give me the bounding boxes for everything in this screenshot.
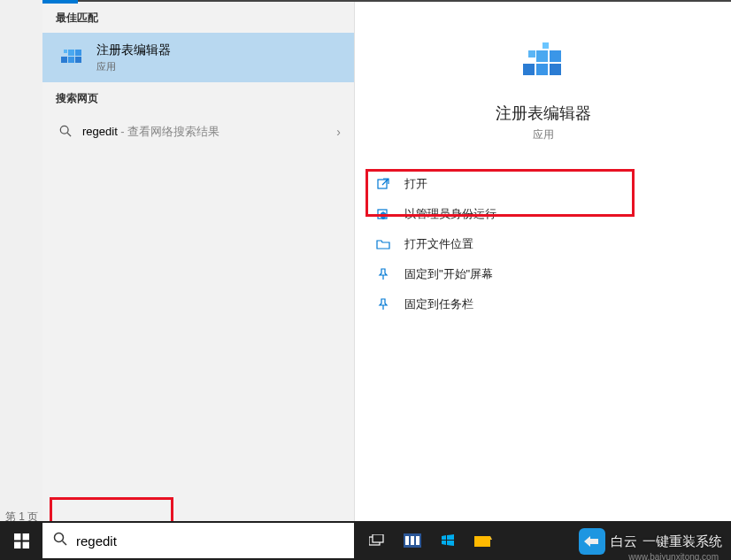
svg-rect-24 <box>373 534 383 542</box>
chevron-right-icon: › <box>336 125 341 139</box>
taskbar-app-icon[interactable] <box>466 521 501 560</box>
action-label: 打开文件位置 <box>404 236 473 252</box>
svg-rect-12 <box>550 50 561 62</box>
svg-point-21 <box>55 533 64 542</box>
start-button[interactable] <box>0 521 42 560</box>
svg-rect-20 <box>22 541 28 548</box>
action-pin-taskbar[interactable]: 固定到任务栏 <box>371 289 715 319</box>
svg-line-22 <box>63 541 67 546</box>
svg-rect-2 <box>68 50 74 56</box>
best-match-header: 最佳匹配 <box>42 2 354 33</box>
detail-pane: 注册表编辑器 应用 打开 以管理员身份运行 打开文件位置 <box>354 2 731 521</box>
pin-icon <box>374 266 392 282</box>
action-run-admin[interactable]: 以管理员身份运行 <box>371 199 715 229</box>
svg-line-7 <box>67 133 71 136</box>
active-tab-indicator <box>42 0 78 4</box>
action-list: 打开 以管理员身份运行 打开文件位置 固定到"开始"屏幕 <box>371 169 715 319</box>
svg-rect-15 <box>378 180 387 188</box>
search-icon <box>56 125 75 140</box>
svg-rect-26 <box>405 536 409 545</box>
svg-rect-14 <box>542 42 549 49</box>
action-label: 固定到"开始"屏幕 <box>404 266 493 282</box>
action-open-location[interactable]: 打开文件位置 <box>371 229 715 259</box>
search-icon <box>53 532 67 549</box>
taskbar-app-icon[interactable] <box>430 521 466 560</box>
pin-icon <box>374 296 392 312</box>
action-label: 打开 <box>404 176 427 192</box>
svg-rect-5 <box>64 50 67 53</box>
svg-rect-29 <box>474 536 490 547</box>
watermark-url: www.baiyunxitong.com <box>628 552 719 560</box>
svg-rect-13 <box>528 50 535 58</box>
web-result-text: regedit - 查看网络搜索结果 <box>82 124 336 140</box>
regedit-large-icon <box>518 37 569 92</box>
action-pin-start[interactable]: 固定到"开始"屏幕 <box>371 259 715 289</box>
svg-rect-1 <box>68 57 74 63</box>
taskbar-pinned-apps <box>359 521 501 560</box>
svg-rect-9 <box>536 64 548 75</box>
svg-rect-0 <box>61 57 67 63</box>
svg-rect-17 <box>14 533 20 540</box>
svg-rect-8 <box>523 64 535 75</box>
search-results-panel: 最佳匹配 注册表编辑器 应用 搜索网页 <box>42 0 731 521</box>
svg-rect-10 <box>536 50 548 62</box>
action-label: 固定到任务栏 <box>404 296 473 312</box>
best-match-result[interactable]: 注册表编辑器 应用 <box>42 33 354 82</box>
svg-rect-3 <box>75 57 81 63</box>
svg-rect-11 <box>550 64 561 75</box>
result-title: 注册表编辑器 <box>96 42 171 58</box>
detail-title: 注册表编辑器 <box>371 103 715 124</box>
admin-icon <box>374 206 392 222</box>
taskbar-app-icon[interactable] <box>395 521 430 560</box>
action-open[interactable]: 打开 <box>371 169 715 199</box>
web-search-result[interactable]: regedit - 查看网络搜索结果 › <box>42 113 354 150</box>
detail-subtitle: 应用 <box>371 127 715 142</box>
search-input[interactable] <box>76 533 343 548</box>
svg-point-6 <box>60 126 68 134</box>
svg-rect-27 <box>411 536 414 545</box>
action-label: 以管理员身份运行 <box>404 206 496 222</box>
svg-rect-18 <box>22 533 28 540</box>
taskbar-search-box[interactable] <box>42 523 354 558</box>
svg-rect-28 <box>416 536 419 545</box>
web-search-header: 搜索网页 <box>42 82 354 113</box>
regedit-icon <box>56 42 88 73</box>
open-icon <box>374 176 392 192</box>
taskbar <box>0 521 731 560</box>
task-view-button[interactable] <box>359 521 395 560</box>
results-left-column: 最佳匹配 注册表编辑器 应用 搜索网页 <box>42 2 354 521</box>
folder-icon <box>374 236 392 252</box>
svg-rect-19 <box>14 541 20 548</box>
svg-rect-4 <box>75 50 81 56</box>
result-subtitle: 应用 <box>96 60 171 73</box>
